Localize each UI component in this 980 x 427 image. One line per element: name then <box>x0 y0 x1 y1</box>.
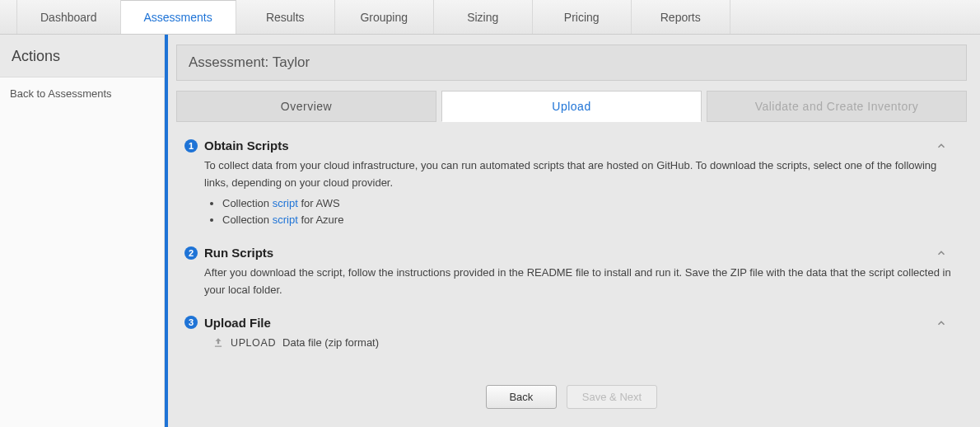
step-number-badge: 2 <box>184 246 198 260</box>
chevron-up-icon[interactable] <box>936 140 947 152</box>
tab-upload[interactable]: Upload <box>441 91 702 122</box>
step-title: Upload File <box>204 316 271 330</box>
upload-icon <box>212 337 224 349</box>
back-button[interactable]: Back <box>486 385 557 409</box>
step-number-badge: 1 <box>184 139 198 152</box>
nav-results[interactable]: Results <box>236 0 335 34</box>
step-upload-file: 3 Upload File UPLOAD Data file (zip form… <box>176 311 967 364</box>
top-navigation: Dashboard Assessments Results Grouping S… <box>0 0 980 35</box>
tab-validate: Validate and Create Inventory <box>707 91 967 122</box>
footer-buttons: Back Save & Next <box>176 364 967 420</box>
step-description: To collect data from your cloud infrastr… <box>204 157 962 192</box>
step-title: Obtain Scripts <box>204 138 289 152</box>
step-obtain-scripts: 1 Obtain Scripts To collect data from yo… <box>176 134 967 241</box>
sidebar: Actions Back to Assessments <box>0 35 165 427</box>
nav-pricing[interactable]: Pricing <box>533 0 632 34</box>
tabs: Overview Upload Validate and Create Inve… <box>176 91 967 122</box>
chevron-up-icon[interactable] <box>936 317 947 329</box>
back-to-assessments-link[interactable]: Back to Assessments <box>0 77 164 110</box>
nav-sizing[interactable]: Sizing <box>434 0 533 34</box>
aws-script-link[interactable]: script <box>273 197 298 209</box>
nav-dashboard[interactable]: Dashboard <box>16 0 121 34</box>
nav-reports[interactable]: Reports <box>632 0 730 34</box>
page-title: Assessment: Taylor <box>176 45 967 81</box>
nav-grouping[interactable]: Grouping <box>335 0 434 34</box>
azure-script-link[interactable]: script <box>273 214 298 226</box>
upload-button[interactable]: UPLOAD <box>231 335 276 351</box>
tab-overview[interactable]: Overview <box>176 91 436 122</box>
step-title: Run Scripts <box>204 246 273 260</box>
step-description: After you download the script, follow th… <box>204 265 962 299</box>
aws-script-item: Collection script for AWS <box>222 195 962 213</box>
upload-hint: Data file (zip format) <box>282 335 379 352</box>
sidebar-title: Actions <box>0 35 164 77</box>
nav-assessments[interactable]: Assessments <box>121 0 236 34</box>
azure-script-item: Collection script for Azure <box>222 212 962 229</box>
step-number-badge: 3 <box>184 316 198 329</box>
step-run-scripts: 2 Run Scripts After you download the scr… <box>176 241 967 311</box>
chevron-up-icon[interactable] <box>936 247 947 259</box>
save-next-button: Save & Next <box>567 385 657 409</box>
